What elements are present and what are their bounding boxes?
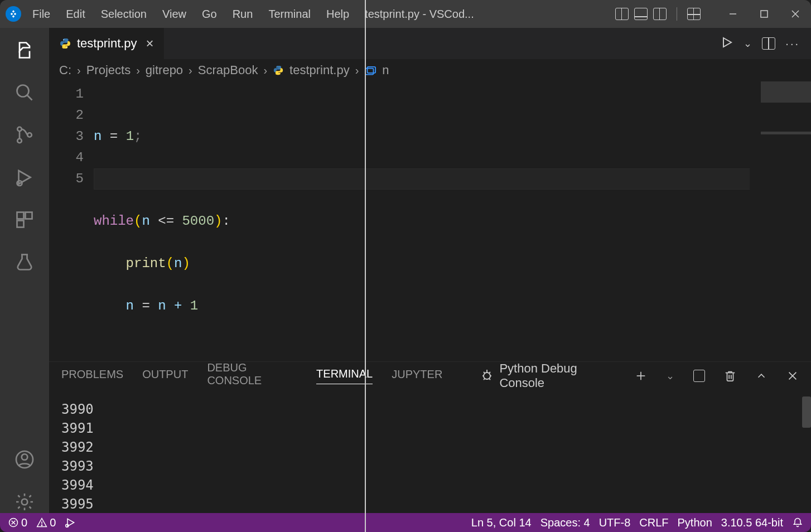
svg-rect-12	[26, 212, 32, 219]
terminal-selector[interactable]: Python Debug Console	[480, 361, 616, 390]
customize-layout-icon[interactable]	[687, 8, 701, 20]
layout-controls	[615, 0, 811, 28]
status-notifications-icon[interactable]	[792, 517, 803, 528]
token: =	[134, 298, 158, 313]
titlebar: File Edit Selection View Go Run Terminal…	[0, 0, 811, 28]
line-number: 4	[49, 147, 84, 168]
minimize-button[interactable]	[717, 0, 749, 28]
run-dropdown-icon[interactable]: ⌄	[744, 37, 752, 50]
minimap-thumb[interactable]	[761, 81, 811, 103]
crumb[interactable]: gitrepo	[146, 63, 183, 78]
chevron-right-icon: ›	[136, 64, 140, 77]
token: )	[182, 256, 190, 271]
workbench-body: testprint.py × ⌄ ··· C:› Projects› gitre…	[0, 28, 811, 513]
toggle-panel-icon[interactable]	[634, 8, 648, 20]
token: 1	[126, 129, 134, 144]
minimap-cursor	[761, 132, 811, 134]
search-icon[interactable]	[13, 81, 36, 104]
accounts-icon[interactable]	[13, 448, 36, 471]
terminal-scrollbar[interactable]	[802, 396, 811, 428]
svg-point-8	[27, 133, 32, 137]
breadcrumbs[interactable]: C:› Projects› gitrepo› ScrapBook› testpr…	[49, 59, 811, 81]
menu-selection[interactable]: Selection	[101, 8, 147, 21]
svg-point-7	[17, 139, 22, 143]
token: n	[94, 129, 102, 144]
toggle-primary-sidebar-icon[interactable]	[615, 8, 629, 20]
more-actions-icon[interactable]: ···	[785, 37, 800, 50]
token: )	[214, 214, 222, 229]
extensions-icon[interactable]	[13, 209, 36, 231]
crumb[interactable]: Projects	[86, 63, 131, 78]
panel-tab-debug-console[interactable]: DEBUG CONSOLE	[207, 361, 297, 390]
status-indentation[interactable]: Spaces: 4	[540, 516, 590, 529]
svg-line-27	[484, 372, 485, 373]
status-eol[interactable]: CRLF	[639, 516, 668, 529]
svg-point-23	[484, 373, 490, 379]
window-title: testprint.py - VSCod...	[365, 8, 474, 21]
source-control-icon[interactable]	[13, 124, 36, 146]
run-debug-icon[interactable]	[13, 166, 36, 188]
toggle-secondary-sidebar-icon[interactable]	[653, 8, 667, 20]
close-button[interactable]	[780, 0, 811, 28]
code-content[interactable]: n = 1; while(n <= 5000): print(n) n = n …	[94, 81, 811, 361]
menu-run[interactable]: Run	[233, 8, 253, 21]
status-language-mode[interactable]: Python	[678, 516, 712, 529]
terminal-output[interactable]: 3990 3991 3992 3993 3994 3995 3996 3997 …	[49, 390, 811, 513]
line-number: 5	[49, 168, 84, 190]
app-icon	[6, 6, 21, 22]
panel-tab-problems[interactable]: PROBLEMS	[61, 368, 123, 384]
editor-tab-testprint[interactable]: testprint.py ×	[49, 28, 164, 59]
crumb[interactable]: ScrapBook	[198, 63, 258, 78]
svg-marker-9	[19, 171, 31, 184]
kill-terminal-icon[interactable]	[724, 370, 736, 382]
menu-file[interactable]: File	[32, 8, 50, 21]
status-cursor-position[interactable]: Ln 5, Col 14	[471, 516, 532, 529]
status-warnings[interactable]: 0	[36, 516, 56, 529]
token: (	[166, 256, 174, 271]
svg-rect-13	[17, 221, 24, 228]
menu-go[interactable]: Go	[202, 8, 217, 21]
split-terminal-icon[interactable]	[693, 370, 705, 382]
crumb[interactable]: testprint.py	[289, 63, 350, 78]
panel-tab-output[interactable]: OUTPUT	[142, 368, 188, 384]
svg-line-28	[489, 372, 490, 373]
panel-tab-jupyter[interactable]: JUPYTER	[392, 368, 442, 384]
chevron-right-icon: ›	[189, 64, 192, 77]
new-terminal-dropdown-icon[interactable]: ⌄	[666, 370, 674, 382]
svg-point-17	[22, 499, 28, 505]
svg-rect-1	[761, 11, 767, 17]
chevron-right-icon: ›	[263, 64, 267, 77]
separator	[677, 7, 677, 21]
crumb[interactable]: C:	[59, 63, 71, 78]
editor-tabs: testprint.py × ⌄ ···	[49, 28, 811, 59]
panel-tab-terminal[interactable]: TERMINAL	[316, 367, 373, 384]
menu-terminal[interactable]: Terminal	[268, 8, 311, 21]
menu-view[interactable]: View	[162, 8, 186, 21]
split-editor-icon[interactable]	[762, 37, 775, 50]
editor-group: testprint.py × ⌄ ··· C:› Projects› gitre…	[49, 28, 811, 513]
status-python-interpreter[interactable]: 3.10.5 64-bit	[721, 516, 783, 529]
status-encoding[interactable]: UTF-8	[599, 516, 631, 529]
new-terminal-icon[interactable]	[635, 370, 647, 382]
svg-point-6	[17, 127, 22, 132]
close-panel-icon[interactable]	[786, 370, 799, 382]
settings-gear-icon[interactable]	[13, 491, 36, 513]
svg-point-4	[17, 85, 29, 97]
maximize-panel-icon[interactable]	[755, 370, 767, 382]
crumb[interactable]: n	[382, 63, 389, 78]
code-editor[interactable]: 1 2 3 4 5 n = 1; while(n <= 5000): print…	[49, 81, 811, 361]
token: n +	[158, 298, 190, 313]
run-file-icon[interactable]	[720, 36, 733, 51]
terminal-line: 3990	[61, 400, 799, 419]
vscode-window: File Edit Selection View Go Run Terminal…	[0, 0, 811, 532]
tab-close-icon[interactable]: ×	[146, 36, 154, 51]
status-errors[interactable]: 0	[8, 516, 27, 529]
minimap[interactable]	[750, 81, 811, 361]
status-debug-icon[interactable]	[65, 517, 76, 528]
menu-help[interactable]: Help	[326, 8, 349, 21]
menu-edit[interactable]: Edit	[66, 8, 85, 21]
maximize-button[interactable]	[749, 0, 780, 28]
terminal-line: 3991	[61, 419, 799, 438]
explorer-icon[interactable]	[13, 39, 36, 61]
testing-icon[interactable]	[13, 251, 36, 273]
